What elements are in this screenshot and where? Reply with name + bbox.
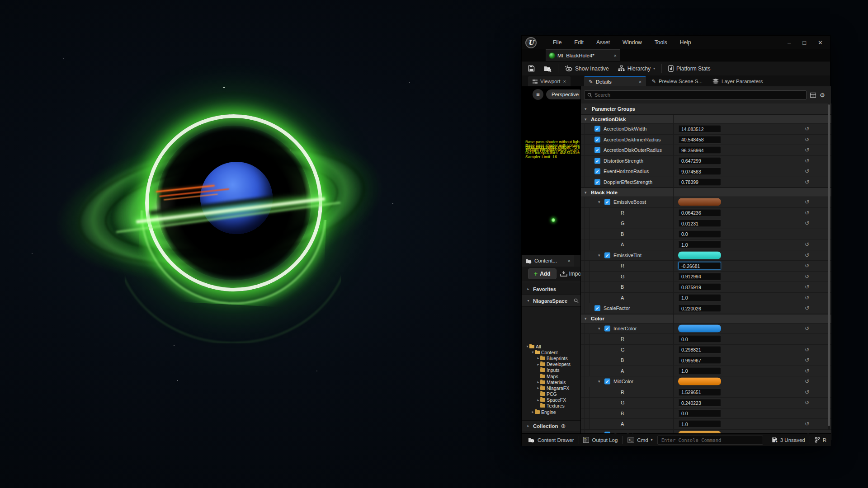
output-log-button[interactable]: Output Log — [579, 434, 622, 446]
menu-item-edit[interactable]: Edit — [568, 36, 590, 49]
display-filter-icon[interactable] — [810, 93, 816, 98]
niagaraspace-section[interactable]: ▾ NiagaraSpace — [522, 295, 580, 307]
parameter-checkbox[interactable]: ✓ — [604, 252, 610, 258]
tree-item-maps[interactable]: Maps — [522, 373, 580, 379]
tree-item-developers[interactable]: ▸Developers — [522, 361, 580, 367]
parameter-checkbox[interactable]: ✓ — [594, 305, 600, 311]
maximize-button[interactable]: □ — [802, 39, 806, 46]
expand-down-icon[interactable]: ▾ — [585, 190, 587, 195]
parameter-checkbox[interactable]: ✓ — [594, 147, 600, 153]
details-scrollbar[interactable] — [828, 103, 830, 430]
expand-down-icon[interactable]: ▾ — [531, 350, 535, 354]
expand-down-icon[interactable]: ▾ — [598, 253, 600, 258]
asset-tab-mi-blackhole4[interactable]: MI_BlackHole4* × — [546, 49, 620, 61]
channel-value-input[interactable] — [678, 294, 721, 301]
expand-right-icon[interactable]: ▸ — [536, 380, 540, 384]
expand-right-icon[interactable]: ▸ — [536, 356, 540, 360]
parameter-checkbox[interactable]: ✓ — [594, 126, 600, 132]
expand-down-icon[interactable]: ▾ — [585, 107, 587, 111]
reset-to-default-icon[interactable]: ↺ — [805, 252, 809, 258]
channel-value-input[interactable] — [678, 346, 721, 353]
group-header-black-hole[interactable]: ▾Black Hole — [581, 188, 831, 197]
tree-item-blueprints[interactable]: ▸Blueprints — [522, 355, 580, 361]
add-button[interactable]: + Add — [528, 268, 557, 279]
expand-down-icon[interactable]: ▾ — [598, 379, 600, 384]
menu-item-help[interactable]: Help — [674, 36, 698, 49]
parameter-value-input[interactable] — [678, 125, 721, 133]
minimize-button[interactable]: – — [788, 39, 791, 46]
reset-to-default-icon[interactable]: ↺ — [805, 126, 809, 132]
expand-down-icon[interactable]: ▾ — [585, 117, 587, 122]
tree-item-niagarafx[interactable]: ▸NiagaraFX — [522, 385, 580, 391]
menu-item-file[interactable]: File — [547, 36, 568, 49]
channel-value-input[interactable] — [678, 272, 721, 280]
color-swatch-emissivetint[interactable] — [678, 251, 721, 259]
reset-to-default-icon[interactable]: ↺ — [805, 421, 809, 427]
browse-to-asset-button[interactable] — [539, 61, 556, 75]
tab-content-browser[interactable]: Content... × — [522, 255, 574, 267]
add-collection-icon[interactable]: ⊕ — [561, 422, 566, 429]
unsaved-button[interactable]: ✱ 3 Unsaved — [767, 434, 810, 446]
expand-right-icon[interactable]: ▸ — [536, 362, 540, 366]
material-preview-viewport[interactable]: ≡ Perspective Base pass shader without l… — [522, 86, 580, 254]
channel-value-input[interactable] — [678, 420, 721, 428]
channel-value-input[interactable] — [678, 209, 721, 216]
import-button[interactable]: Import — [560, 271, 580, 277]
parameter-checkbox[interactable]: ✓ — [594, 158, 600, 164]
tree-item-pcg[interactable]: PCG — [522, 391, 580, 397]
reset-to-default-icon[interactable]: ↺ — [805, 263, 809, 269]
parameter-checkbox[interactable]: ✓ — [604, 325, 610, 331]
reset-to-default-icon[interactable]: ↺ — [805, 325, 809, 332]
reset-to-default-icon[interactable]: ↺ — [805, 357, 809, 363]
reset-to-default-icon[interactable]: ↺ — [805, 199, 809, 205]
expand-down-icon[interactable]: ▾ — [598, 326, 600, 331]
reset-to-default-icon[interactable]: ↺ — [805, 399, 809, 406]
tree-item-materials[interactable]: ▸Materials — [522, 379, 580, 385]
close-button[interactable]: ✕ — [818, 39, 823, 46]
reset-to-default-icon[interactable]: ↺ — [805, 273, 809, 280]
reset-to-default-icon[interactable]: ↺ — [805, 295, 809, 301]
expand-right-icon[interactable]: ▸ — [536, 398, 540, 402]
parameter-value-input[interactable] — [678, 157, 721, 164]
tab-viewport[interactable]: Viewport × — [528, 76, 571, 86]
save-button[interactable] — [522, 61, 539, 75]
reset-to-default-icon[interactable]: ↺ — [805, 158, 809, 164]
channel-value-input[interactable] — [678, 335, 721, 343]
menu-item-asset[interactable]: Asset — [590, 36, 616, 49]
console-command-input[interactable] — [657, 436, 763, 445]
reset-to-default-icon[interactable]: ↺ — [805, 389, 809, 395]
menu-item-window[interactable]: Window — [616, 36, 648, 49]
parameter-value-input[interactable] — [678, 178, 721, 186]
search-input[interactable] — [594, 92, 803, 98]
tree-item-spacefx[interactable]: ▸SpaceFX — [522, 397, 580, 403]
channel-value-input[interactable] — [678, 220, 721, 227]
reset-to-default-icon[interactable]: ↺ — [805, 136, 809, 143]
reset-to-default-icon[interactable]: ↺ — [805, 210, 809, 216]
tree-item-textures[interactable]: Textures — [522, 403, 580, 409]
reset-to-default-icon[interactable]: ↺ — [805, 241, 809, 248]
perspective-button[interactable]: Perspective — [546, 89, 580, 99]
parameter-checkbox[interactable]: ✓ — [594, 136, 600, 142]
color-swatch-midcolor[interactable] — [678, 378, 721, 385]
channel-value-input[interactable] — [678, 283, 721, 291]
reset-to-default-icon[interactable]: ↺ — [805, 284, 809, 290]
expand-down-icon[interactable]: ▾ — [525, 344, 529, 348]
channel-value-input[interactable] — [678, 399, 721, 407]
parameter-value-input[interactable] — [678, 146, 721, 154]
reset-to-default-icon[interactable]: ↺ — [805, 147, 809, 153]
tree-item-content[interactable]: ▾Content — [522, 349, 580, 355]
tree-item-inputs[interactable]: Inputs — [522, 367, 580, 373]
content-tab-close-icon[interactable]: × — [568, 258, 571, 263]
collection-section[interactable]: ▸ Collection ⊕ — [522, 420, 580, 431]
search-icon[interactable] — [574, 298, 579, 303]
reset-to-default-icon[interactable]: ↺ — [805, 220, 809, 226]
reset-to-default-icon[interactable]: ↺ — [805, 347, 809, 353]
tab-preview-scene-settings[interactable]: ✎ Preview Scene S... — [647, 76, 707, 86]
cmd-dropdown[interactable]: >_ Cmd ▾ — [623, 434, 657, 446]
revision-control-button[interactable]: R — [810, 434, 831, 446]
parameter-value-input[interactable] — [678, 168, 721, 175]
parameter-checkbox[interactable]: ✓ — [594, 179, 600, 185]
gear-icon[interactable]: ⚙ — [820, 92, 825, 99]
color-swatch-emissiveboost[interactable] — [678, 198, 721, 206]
expand-right-icon[interactable]: ▸ — [536, 386, 540, 390]
